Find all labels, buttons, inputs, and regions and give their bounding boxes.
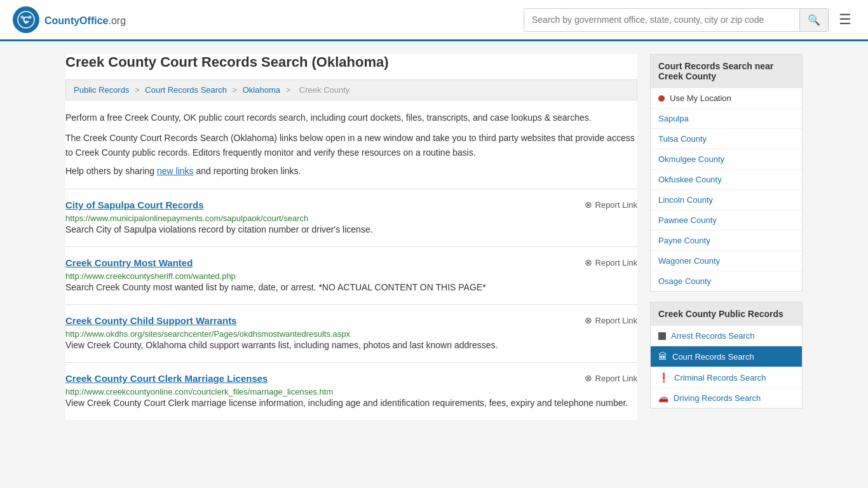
- header: C CountyOffice.org 🔍 ☰: [0, 0, 868, 41]
- car-icon: 🚗: [658, 393, 668, 403]
- nearby-link-item[interactable]: Wagoner County: [651, 250, 802, 271]
- use-my-location[interactable]: Use My Location: [651, 88, 802, 108]
- new-links[interactable]: new links: [157, 166, 194, 176]
- report-icon-0: ⊗: [585, 200, 592, 210]
- report-label-3: Report Link: [595, 374, 637, 383]
- nearby-link-item[interactable]: Payne County: [651, 230, 802, 250]
- header-right: 🔍 ☰: [524, 8, 855, 32]
- record-title-2[interactable]: Creek County Child Support Warrants: [65, 315, 236, 326]
- nearby-link-item[interactable]: Lincoln County: [651, 189, 802, 210]
- public-record-link-2[interactable]: Criminal Records Search: [674, 373, 766, 383]
- record-url-3[interactable]: http://www.creekcountyonline.com/courtcl…: [65, 387, 333, 396]
- record-title-1[interactable]: Creek Country Most Wanted: [65, 257, 193, 268]
- sidebar: Court Records Search near Creek County U…: [650, 54, 803, 420]
- record-entry: Creek County Child Support Warrants ⊗ Re…: [65, 304, 637, 362]
- record-desc-1: Search Creek County most wanted list by …: [65, 281, 637, 294]
- nearby-link-3[interactable]: Okfuskee County: [658, 175, 722, 184]
- nearby-link-6[interactable]: Payne County: [658, 236, 710, 245]
- public-record-link-0[interactable]: Arrest Records Search: [671, 331, 755, 341]
- nearby-link-8[interactable]: Osage County: [658, 276, 711, 286]
- nearby-link-2[interactable]: Okmulgee County: [658, 154, 724, 164]
- description-1: Perform a free Creek County, OK public c…: [65, 111, 637, 125]
- nearby-link-item[interactable]: Okfuskee County: [651, 169, 802, 189]
- report-link-2[interactable]: ⊗ Report Link: [585, 315, 637, 325]
- record-entry: Creek Country Most Wanted ⊗ Report Link …: [65, 247, 637, 304]
- public-record-item[interactable]: 🏛 Court Records Search: [651, 346, 802, 367]
- public-records-header: Creek County Public Records: [651, 302, 802, 325]
- report-label-1: Report Link: [595, 258, 637, 268]
- svg-point-2: [21, 16, 24, 19]
- report-icon-1: ⊗: [585, 257, 592, 268]
- svg-point-3: [29, 16, 32, 19]
- nearby-link-1[interactable]: Tulsa County: [658, 134, 707, 144]
- nearby-link-4[interactable]: Lincoln County: [658, 195, 713, 205]
- record-title-0[interactable]: City of Sapulpa Court Records: [65, 200, 204, 210]
- record-title-3[interactable]: Creek County Court Clerk Marriage Licens…: [65, 373, 268, 384]
- record-url-1[interactable]: http://www.creekcountysheriff.com/wanted…: [65, 271, 236, 281]
- content-area: Creek County Court Records Search (Oklah…: [65, 54, 637, 420]
- breadcrumb-oklahoma[interactable]: Oklahoma: [243, 85, 280, 95]
- location-dot-icon: [658, 95, 665, 102]
- main-container: Creek County Court Records Search (Oklah…: [53, 41, 815, 433]
- record-url-2[interactable]: http://www.okdhs.org/sites/searchcenter/…: [65, 329, 350, 339]
- nearby-link-7[interactable]: Wagoner County: [658, 256, 720, 266]
- record-entry: City of Sapulpa Court Records ⊗ Report L…: [65, 189, 637, 247]
- record-desc-0: Search City of Sapulpa violations record…: [65, 223, 637, 236]
- nearby-links-container: SapulpaTulsa CountyOkmulgee CountyOkfusk…: [651, 108, 802, 291]
- share-text: Help others by sharing new links and rep…: [65, 166, 637, 176]
- public-record-item[interactable]: 🚗 Driving Records Search: [651, 388, 802, 408]
- nearby-link-item[interactable]: Osage County: [651, 271, 802, 291]
- record-url-0[interactable]: https://www.municipalonlinepayments.com/…: [65, 214, 308, 223]
- search-bar: 🔍: [524, 8, 829, 32]
- square-icon: [658, 332, 666, 340]
- record-header-2: Creek County Child Support Warrants ⊗ Re…: [65, 315, 637, 326]
- report-link-3[interactable]: ⊗ Report Link: [585, 373, 637, 383]
- public-records-section: Creek County Public Records Arrest Recor…: [650, 302, 803, 409]
- report-label-0: Report Link: [595, 200, 637, 210]
- report-icon-2: ⊗: [585, 315, 592, 325]
- description-2: The Creek County Court Records Search (O…: [65, 131, 637, 159]
- record-desc-3: View Creek County Court Clerk marriage l…: [65, 396, 637, 410]
- public-record-link-3[interactable]: Driving Records Search: [674, 393, 761, 403]
- public-records-container: Arrest Records Search 🏛 Court Records Se…: [651, 325, 802, 408]
- record-header-0: City of Sapulpa Court Records ⊗ Report L…: [65, 200, 637, 210]
- breadcrumb: Public Records > Court Records Search > …: [65, 79, 637, 100]
- nearby-section-header: Court Records Search near Creek County: [651, 55, 802, 88]
- search-input[interactable]: [524, 10, 799, 30]
- nearby-link-item[interactable]: Sapulpa: [651, 108, 802, 128]
- nearby-link-item[interactable]: Okmulgee County: [651, 149, 802, 169]
- public-record-link-1[interactable]: Court Records Search: [672, 352, 754, 362]
- breadcrumb-public-records[interactable]: Public Records: [74, 85, 129, 95]
- breadcrumb-creek-county: Creek County: [299, 85, 349, 95]
- record-header-3: Creek County Court Clerk Marriage Licens…: [65, 373, 637, 384]
- breadcrumb-court-records[interactable]: Court Records Search: [145, 85, 227, 95]
- use-location-label: Use My Location: [670, 93, 731, 103]
- public-record-item[interactable]: Arrest Records Search: [651, 325, 802, 346]
- record-header-1: Creek Country Most Wanted ⊗ Report Link: [65, 257, 637, 268]
- svg-point-4: [25, 21, 28, 24]
- records-container: City of Sapulpa Court Records ⊗ Report L…: [65, 189, 637, 420]
- report-link-1[interactable]: ⊗ Report Link: [585, 257, 637, 268]
- nearby-link-5[interactable]: Pawnee County: [658, 215, 717, 225]
- nearby-link-0[interactable]: Sapulpa: [658, 114, 689, 123]
- nearby-link-item[interactable]: Pawnee County: [651, 210, 802, 230]
- search-button[interactable]: 🔍: [799, 9, 828, 31]
- report-link-0[interactable]: ⊗ Report Link: [585, 200, 637, 210]
- bank-icon: 🏛: [658, 351, 667, 362]
- logo-icon: C: [13, 6, 39, 33]
- record-entry: Creek County Court Clerk Marriage Licens…: [65, 362, 637, 420]
- menu-icon[interactable]: ☰: [835, 8, 855, 32]
- nearby-section: Court Records Search near Creek County U…: [650, 54, 803, 292]
- nearby-link-item[interactable]: Tulsa County: [651, 128, 802, 149]
- report-label-2: Report Link: [595, 316, 637, 325]
- report-icon-3: ⊗: [585, 373, 592, 383]
- page-title: Creek County Court Records Search (Oklah…: [65, 54, 637, 71]
- logo-area: C CountyOffice.org: [13, 6, 126, 33]
- record-desc-2: View Creek County, Oklahoma child suppor…: [65, 339, 637, 352]
- logo-text: CountyOffice.org: [44, 13, 126, 27]
- exclaim-icon: ❗: [658, 372, 669, 383]
- public-record-item[interactable]: ❗ Criminal Records Search: [651, 367, 802, 388]
